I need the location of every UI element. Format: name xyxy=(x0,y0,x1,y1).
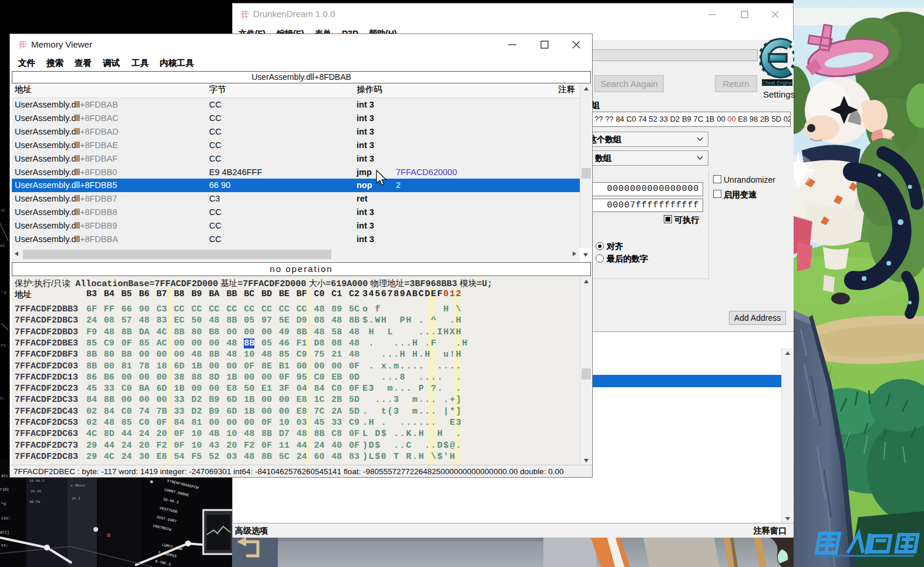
svg-text:ati: ati xyxy=(1,474,8,478)
svg-text:at1]: at1] xyxy=(0,531,9,535)
svg-text:sx;: sx; xyxy=(1,543,8,548)
svg-text:18-48.3: 18-48.3 xyxy=(29,479,45,483)
svg-text:o NBass: o NBass xyxy=(70,484,86,488)
svg-text:rid(: rid( xyxy=(0,488,9,492)
svg-text:NB-TW: NB-TW xyxy=(29,500,40,504)
svg-text:st: st xyxy=(1,208,5,213)
svg-text:fo: fo xyxy=(1,343,5,348)
svg-text:84.3: 84.3 xyxy=(72,496,80,501)
svg-text:Cheat Engine: Cheat Engine xyxy=(762,80,792,86)
svg-text:cio:: cio: xyxy=(1,516,11,521)
svg-text:VG.45: VG.45 xyxy=(31,489,41,494)
svg-text:"d: "d xyxy=(1,290,6,295)
svg-text:"d: "d xyxy=(1,502,6,506)
svg-text:a1: a1 xyxy=(0,243,5,248)
svg-text:x;: x; xyxy=(0,396,5,401)
